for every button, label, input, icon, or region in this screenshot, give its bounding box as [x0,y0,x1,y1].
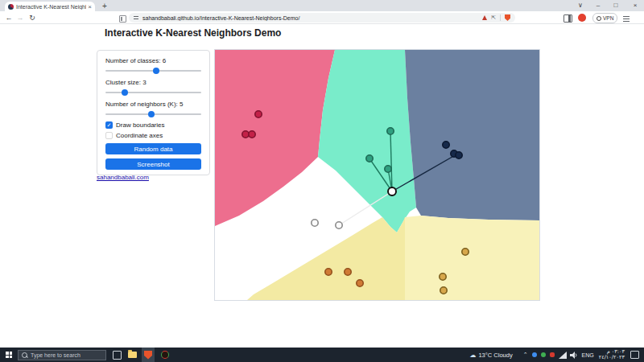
brave-icon [144,351,152,360]
window-minimize-button[interactable]: – [592,1,604,10]
clock-date: ٢٤/١٠/٢٠٢٣ [599,355,625,360]
point-green [385,166,391,172]
page-content: Interactive K-Nearest Neighbors Demo Num… [0,24,644,348]
cloud-icon: ☁ [469,352,476,359]
classes-slider[interactable] [105,67,201,75]
window-close-button[interactable]: × [630,1,641,10]
point-orange [357,280,363,286]
slider-thumb[interactable] [153,68,159,74]
point-red [249,131,255,138]
new-tab-button[interactable]: + [100,2,109,11]
vpn-status-icon [597,16,601,21]
tray-app-red-icon[interactable] [550,352,555,357]
point-green [366,155,373,162]
search-icon [22,352,27,358]
point-orange [325,269,332,275]
system-tray: ☁ 13°C Cloudy ⌃ ENG ٠٣:٠٣ م ٢٤/١٠/٢٠٢٣ [469,348,644,362]
file-explorer-icon[interactable] [128,352,137,358]
slider-thumb[interactable] [148,111,155,117]
windows-taskbar: Type here to search ☁ 13°C Cloudy ⌃ ENG … [0,348,644,362]
window-chevron-icon[interactable]: ∨ [575,1,586,10]
tray-app-blue-icon[interactable] [532,352,537,357]
url-text[interactable]: sahandbabali.github.io/Interactive-K-Nea… [142,15,478,21]
author-link[interactable]: sahandbabali.com [97,174,149,181]
cluster-size-slider[interactable] [105,88,201,97]
coordinate-axes-label: Coordinate axes [116,132,163,139]
action-center-icon[interactable] [630,351,639,359]
point-white [336,222,342,228]
language-indicator[interactable]: ENG [582,352,594,358]
brave-rewards-icon[interactable] [482,15,487,20]
tray-app-green-icon[interactable] [541,352,546,357]
forward-button[interactable]: → [15,13,25,23]
tab-title: Interactive K-Nearest Neighbo... [16,4,86,10]
address-bar-divider [500,14,501,21]
page-title: Interactive K-Nearest Neighbors Demo [105,27,281,39]
point-red [255,111,262,117]
tray-expand-icon[interactable]: ⌃ [523,352,528,358]
draw-boundaries-checkbox[interactable]: ✓ [105,121,113,129]
point-navy [443,142,449,148]
draw-boundaries-row[interactable]: ✓ Draw boundaries [105,121,201,129]
coordinate-axes-checkbox[interactable] [105,132,113,139]
task-view-icon[interactable] [113,351,122,360]
taskbar-clock[interactable]: ٠٣:٠٣ م ٢٤/١٠/٢٠٢٣ [599,349,625,361]
neighbors-slider[interactable] [105,110,201,118]
region-yellow-right [405,216,539,300]
back-button[interactable]: ← [4,13,14,23]
taskbar-weather[interactable]: ☁ 13°C Cloudy [469,352,512,359]
slider-track [105,92,201,93]
start-button[interactable] [0,348,18,362]
knn-canvas[interactable] [214,49,540,301]
knn-canvas-svg[interactable] [215,50,539,300]
network-icon[interactable] [559,352,567,359]
tab-strip: Interactive K-Nearest Neighbo... × + ∨ –… [0,0,644,11]
point-gold [440,287,447,294]
control-panel: Number of classes: 6 Cluster size: 3 Num… [97,50,210,175]
point-gold [440,274,446,280]
point-white [312,220,318,226]
windows-logo-icon [6,352,12,358]
browser-app-icon[interactable] [161,351,169,359]
classes-slider-label: Number of classes: 6 [105,57,201,64]
browser-tab[interactable]: Interactive K-Nearest Neighbo... × [5,2,95,11]
slider-thumb[interactable] [122,89,128,96]
query-point [388,187,396,195]
vpn-button[interactable]: VPN [592,13,617,23]
brave-taskbar-button[interactable] [142,348,155,362]
point-red [242,131,249,138]
window-maximize-button[interactable]: □ [610,1,621,10]
weather-text: 13°C Cloudy [478,352,512,359]
tab-close-icon[interactable]: × [88,3,92,10]
draw-boundaries-label: Draw boundaries [116,121,164,129]
region-slate [405,50,539,220]
taskbar-search[interactable]: Type here to search [18,350,106,360]
search-placeholder: Type here to search [31,352,80,358]
point-navy [456,152,462,158]
screenshot-button[interactable]: Screenshot [105,158,201,170]
menu-icon[interactable] [623,14,630,21]
point-green [387,128,394,134]
reload-button[interactable]: ↻ [27,13,37,23]
cluster-size-slider-label: Cluster size: 3 [105,79,201,86]
coordinate-axes-row[interactable]: Coordinate axes [105,131,201,139]
reading-list-icon[interactable] [119,15,126,23]
side-panel-icon[interactable] [564,14,572,23]
profile-avatar-icon[interactable] [578,14,586,22]
point-gold [462,249,469,255]
random-data-button[interactable]: Random data [105,143,201,154]
vpn-label: VPN [603,15,613,21]
tab-favicon-icon [8,4,14,10]
share-icon[interactable]: ⇱ [491,14,496,21]
site-info-icon[interactable] [134,15,138,20]
brave-shield-icon[interactable] [505,14,510,21]
address-bar[interactable]: sahandbabali.github.io/Interactive-K-Nea… [129,13,515,23]
neighbors-slider-label: Number of neighbors (K): 5 [105,101,201,108]
volume-icon[interactable] [570,352,577,359]
point-orange [345,269,351,275]
